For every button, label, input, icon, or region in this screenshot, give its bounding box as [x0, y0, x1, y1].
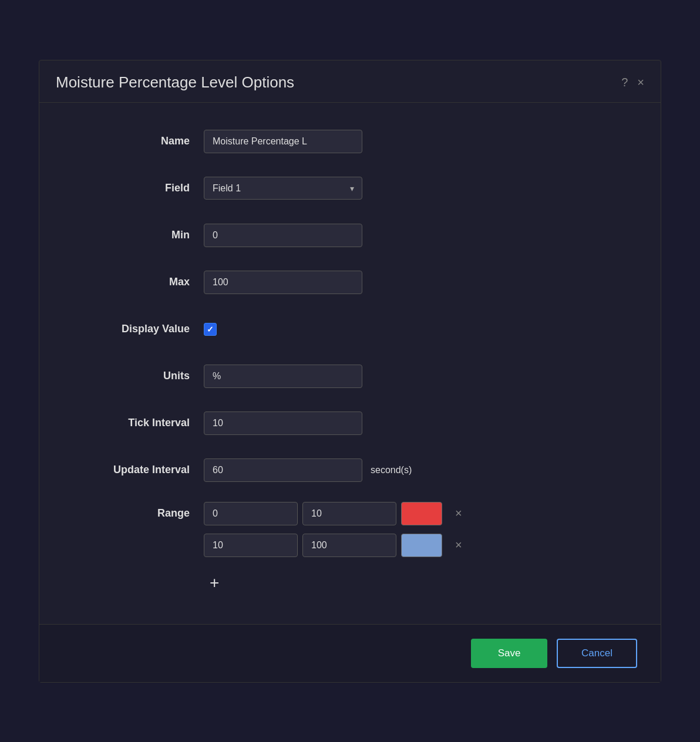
field-select[interactable]: Field 1 Field 2 Field 3 — [204, 177, 362, 200]
help-icon[interactable]: ? — [621, 76, 628, 89]
range-1-inputs: × — [204, 502, 467, 525]
range-1-to-input[interactable] — [302, 502, 396, 525]
dialog-controls: ? × — [621, 76, 644, 89]
tick-interval-label: Tick Interval — [75, 417, 204, 429]
display-value-checkbox[interactable] — [204, 323, 217, 336]
units-row: Units — [75, 361, 625, 392]
update-interval-inputs: second(s) — [204, 458, 412, 482]
display-value-label: Display Value — [75, 323, 204, 335]
dialog-body: Name Field Field 1 Field 2 Field 3 Min M… — [39, 103, 661, 624]
range-row-2: × — [75, 534, 625, 557]
max-row: Max — [75, 267, 625, 298]
cancel-button[interactable]: Cancel — [557, 639, 637, 668]
save-button[interactable]: Save — [471, 639, 547, 668]
range-1-color-swatch[interactable] — [401, 502, 442, 525]
add-range-button[interactable]: + — [204, 571, 225, 595]
dialog: Moisture Percentage Level Options ? × Na… — [39, 60, 661, 683]
display-value-checkbox-wrapper — [204, 323, 217, 336]
update-interval-input[interactable] — [204, 458, 362, 482]
dialog-footer: Save Cancel — [39, 624, 661, 682]
name-label: Name — [75, 135, 204, 147]
units-label: Units — [75, 370, 204, 382]
display-value-row: Display Value — [75, 314, 625, 345]
min-label: Min — [75, 229, 204, 241]
update-interval-row: Update Interval second(s) — [75, 455, 625, 485]
range-2-remove-button[interactable]: × — [450, 536, 467, 554]
field-row: Field Field 1 Field 2 Field 3 — [75, 173, 625, 204]
range-2-to-input[interactable] — [302, 534, 396, 557]
field-label: Field — [75, 182, 204, 194]
close-icon[interactable]: × — [637, 76, 644, 89]
name-input[interactable] — [204, 130, 362, 153]
seconds-label: second(s) — [371, 465, 412, 475]
dialog-header: Moisture Percentage Level Options ? × — [39, 60, 661, 103]
add-range-row: + — [75, 571, 625, 595]
range-section: Range × × + — [75, 502, 625, 606]
tick-interval-input[interactable] — [204, 412, 362, 435]
min-input[interactable] — [204, 224, 362, 247]
range-label: Range — [75, 507, 204, 520]
units-input[interactable] — [204, 365, 362, 388]
min-row: Min — [75, 220, 625, 251]
range-2-color-swatch[interactable] — [401, 534, 442, 557]
update-interval-label: Update Interval — [75, 464, 204, 476]
max-label: Max — [75, 276, 204, 288]
range-row-1: Range × — [75, 502, 625, 525]
range-2-inputs: × — [204, 534, 467, 557]
max-input[interactable] — [204, 271, 362, 294]
range-2-from-input[interactable] — [204, 534, 298, 557]
range-1-from-input[interactable] — [204, 502, 298, 525]
field-select-wrapper: Field 1 Field 2 Field 3 — [204, 177, 362, 200]
range-1-remove-button[interactable]: × — [450, 504, 467, 522]
dialog-title: Moisture Percentage Level Options — [56, 73, 294, 92]
name-row: Name — [75, 126, 625, 157]
tick-interval-row: Tick Interval — [75, 408, 625, 439]
